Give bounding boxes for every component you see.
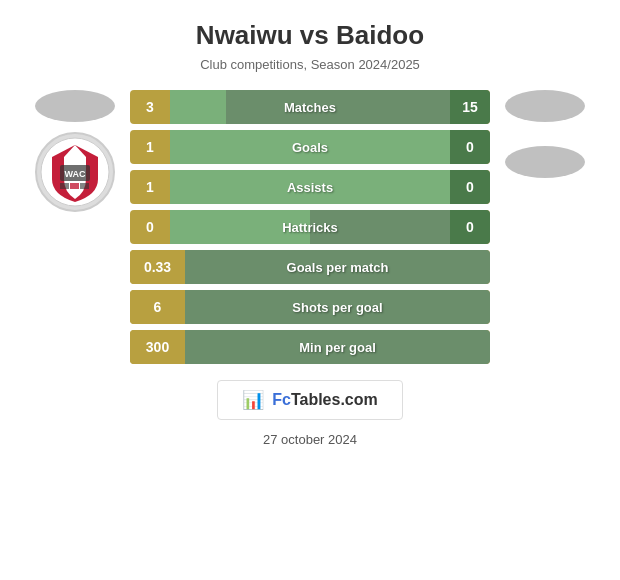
stat-row-single: 300Min per goal (130, 330, 490, 364)
left-player-section: WAC (20, 90, 130, 212)
stat-bar-container: Goals (170, 130, 450, 164)
stat-label: Goals (170, 140, 450, 155)
svg-rect-5 (80, 183, 89, 189)
stats-panel: 3Matches151Goals01Assists00Hattricks00.3… (130, 90, 490, 364)
main-content: WAC 3Matches151Goals01Assists00Hattricks… (10, 90, 610, 364)
page-subtitle: Club competitions, Season 2024/2025 (200, 57, 420, 72)
stat-single-center: Shots per goal (185, 290, 490, 324)
stat-right-value: 0 (450, 170, 490, 204)
stat-label: Matches (170, 100, 450, 115)
stat-right-value: 0 (450, 130, 490, 164)
stat-bar-container: Assists (170, 170, 450, 204)
stat-row: 3Matches15 (130, 90, 490, 124)
page-title: Nwaiwu vs Baidoo (196, 20, 424, 51)
stat-bar-container: Matches (170, 90, 450, 124)
stat-label: Hattricks (170, 220, 450, 235)
stat-left-value: 0 (130, 219, 170, 235)
stat-row: 1Assists0 (130, 170, 490, 204)
stat-single-center: Goals per match (185, 250, 490, 284)
stat-single-label: Goals per match (287, 260, 389, 275)
stat-left-value: 1 (130, 179, 170, 195)
svg-rect-4 (70, 183, 79, 189)
date-label: 27 october 2024 (263, 432, 357, 447)
left-team-logo: WAC (35, 132, 115, 212)
fctables-label: FcTables.com (272, 391, 378, 409)
stat-row: 0Hattricks0 (130, 210, 490, 244)
stat-single-label: Shots per goal (292, 300, 382, 315)
left-player-avatar-oval (35, 90, 115, 122)
stat-single-center: Min per goal (185, 330, 490, 364)
stat-single-value: 6 (130, 290, 185, 324)
right-player-section (490, 90, 600, 178)
stat-row: 1Goals0 (130, 130, 490, 164)
page-container: Nwaiwu vs Baidoo Club competitions, Seas… (0, 0, 620, 580)
stat-left-value: 3 (130, 99, 170, 115)
stat-bar-container: Hattricks (170, 210, 450, 244)
stat-left-value: 1 (130, 139, 170, 155)
fctables-banner: 📊 FcTables.com (217, 380, 403, 420)
right-player-avatar-oval-2 (505, 146, 585, 178)
right-player-avatar-oval-1 (505, 90, 585, 122)
stat-row-single: 6Shots per goal (130, 290, 490, 324)
stat-right-value: 15 (450, 90, 490, 124)
svg-text:WAC: WAC (65, 169, 86, 179)
stat-single-value: 0.33 (130, 250, 185, 284)
fctables-icon: 📊 (242, 389, 264, 411)
stat-label: Assists (170, 180, 450, 195)
stat-single-value: 300 (130, 330, 185, 364)
stat-right-value: 0 (450, 210, 490, 244)
stat-row-single: 0.33Goals per match (130, 250, 490, 284)
stat-single-label: Min per goal (299, 340, 376, 355)
svg-rect-3 (60, 183, 69, 189)
